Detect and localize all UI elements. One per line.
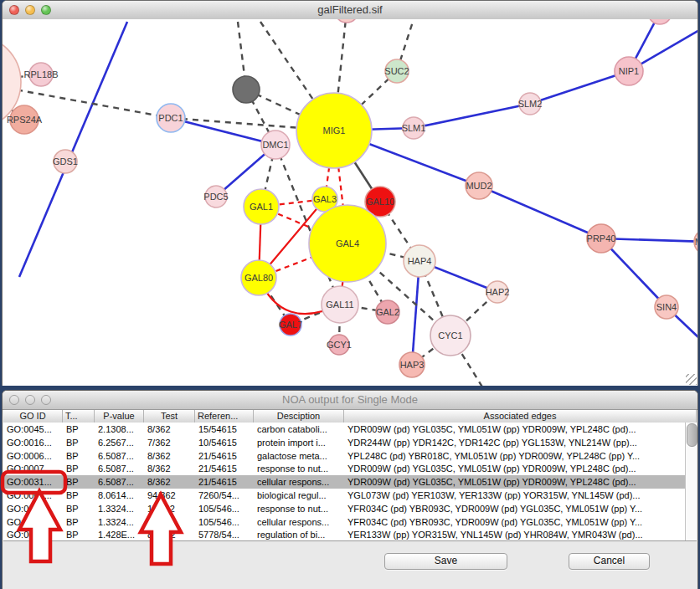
table-cell: BP [63, 475, 95, 489]
graph-node-label: MIG1 [323, 125, 346, 136]
table-cell: 2.1308... [95, 423, 144, 436]
table-cell: YFR034C (pd) YBR093C, YDR009W (pd) YGL03… [344, 502, 685, 515]
table-cell: GO:0006... [3, 449, 63, 463]
table-cell: YDR009W (pd) YGL035C, YML051W (pp) YDR00… [344, 423, 685, 436]
table-row[interactable]: GO:0065...BP8.0614...94/3627260/54...bio… [3, 489, 685, 502]
graph-node-top1[interactable] [648, 19, 672, 24]
graph-node-label: MSL1 [695, 237, 697, 247]
table-cell: 5778/54... [195, 528, 254, 540]
column-header-go-id[interactable]: GO ID [3, 410, 63, 423]
table-cell: 105/546... [195, 515, 254, 529]
resize-grip-icon[interactable] [686, 374, 697, 385]
table-cell: YPL248C (pd) YBR018C, YML051W (pp) YDR00… [344, 449, 685, 463]
table-cell: 21/54615 [195, 475, 254, 489]
scrollbar-thumb[interactable] [687, 423, 697, 447]
table-cell: 8/362 [144, 462, 195, 475]
cancel-button[interactable]: Cancel [569, 553, 650, 570]
table-cell: response to nut... [254, 462, 344, 475]
table-row[interactable]: GO:0031...BP1.3324...11/362105/546...res… [3, 502, 685, 515]
graph-edge-slm1-slm2[interactable] [414, 104, 530, 128]
table-cell: GO:0031... [3, 515, 63, 529]
table-cell: YDR244W (pp) YDR142C, YDR142C (pp) YGL15… [344, 436, 685, 449]
table-cell: BP [63, 502, 95, 515]
table-cell: 6.5087... [95, 475, 144, 489]
graph-node-label: MUD2 [466, 181, 492, 191]
table-cell: BP [63, 489, 95, 502]
column-header-p-value[interactable]: P-value [95, 410, 144, 423]
table-cell: GO:0016... [3, 436, 63, 449]
graph-node-label: GAL7 [279, 320, 302, 330]
table-cell: GO:0050... [3, 528, 63, 540]
graph-node-label: HAP2 [486, 287, 510, 297]
table-row[interactable]: GO:0031...BP1.3324...11/362105/546...cel… [3, 515, 685, 529]
results-table: GO IDT...P-valueTestReferen...Desciption… [3, 409, 697, 541]
graph-node-top2[interactable] [335, 19, 358, 23]
table-cell: YGL073W (pd) YER103W, YER133W (pp) YOR31… [344, 489, 685, 502]
table-cell: BP [63, 436, 95, 449]
table-cell: 8/362 [144, 449, 195, 463]
graph-node-label: GAL10 [366, 197, 394, 207]
table-cell: YFR034C (pd) YBR093C, YDR009W (pd) YGL03… [344, 515, 685, 529]
graph-node-label: SLM2 [518, 99, 543, 109]
table-row[interactable]: GO:0045...BP2.1308...8/36215/54615carbon… [3, 423, 685, 436]
table-cell: YDR009W (pd) YGL035C, YML051W (pp) YDR00… [344, 475, 685, 489]
graph-node-label: GAL2 [376, 307, 399, 317]
vertical-scrollbar[interactable] [685, 423, 697, 540]
table-header-row: GO IDT...P-valueTestReferen...Desciption… [3, 410, 697, 423]
table-row[interactable]: GO:0006...BP6.5087...8/36221/54615galact… [3, 449, 685, 463]
table-cell: 1.428E... [95, 528, 144, 540]
table-cell: YER133W (pp) YOR315W, YNL145W (pd) YHR08… [344, 528, 685, 540]
noa-titlebar[interactable]: NOA output for Single Mode [3, 391, 697, 410]
column-header-referen-[interactable]: Referen... [195, 410, 254, 423]
graph-edge-mud2-prp40[interactable] [479, 186, 601, 238]
table-row[interactable]: GO:0031...BP6.5087...8/36221/54615cellul… [3, 475, 685, 489]
graph-node-label: GAL4 [336, 238, 359, 248]
network-titlebar[interactable]: galFiltered.sif [3, 1, 697, 20]
table-row[interactable]: GO:0007...BP6.5087...8/36221/54615respon… [3, 462, 685, 475]
column-header-desciption[interactable]: Desciption [254, 410, 344, 423]
table-cell: BP [63, 449, 95, 463]
table-cell: GO:0007... [3, 462, 63, 475]
network-graph[interactable]: RPL18BRPS24AGDS1PDC1PDC5DMC1MIG1SUC2SLM1… [3, 19, 697, 386]
save-button[interactable]: Save [384, 553, 507, 570]
column-header-associated-edges[interactable]: Associated edges [344, 410, 697, 423]
table-cell: 8/362 [144, 475, 195, 489]
table-cell: BP [63, 462, 95, 475]
graph-node-label: NIP1 [619, 66, 639, 76]
table-cell: protein import i... [254, 436, 344, 449]
table-cell: 15/54615 [195, 423, 254, 436]
table-cell: 11/362 [144, 502, 195, 515]
table-cell: BP [63, 423, 95, 436]
graph-node-label: HAP3 [400, 360, 425, 370]
column-header-test[interactable]: Test [144, 410, 195, 423]
table-cell: 11/362 [144, 515, 195, 529]
table-cell: galactose meta... [254, 449, 344, 463]
table-cell: GO:0045... [3, 423, 63, 436]
table-cell: YDR009W (pd) YGL035C, YML051W (pp) YDR00… [344, 462, 685, 475]
network-window-title: galFiltered.sif [3, 3, 697, 16]
graph-edge-v1-v2[interactable] [19, 22, 127, 277]
graph-node-label: PDC5 [203, 192, 228, 202]
graph-node-label: PDC1 [158, 113, 183, 123]
table-cell: carbon cataboli... [254, 423, 344, 436]
column-header-t-[interactable]: T... [63, 410, 95, 423]
table-cell: 94/362 [144, 489, 195, 502]
table-cell: cellular respons... [254, 475, 344, 489]
table-cell: 105/546... [195, 502, 254, 515]
graph-edge-pdc1-dmc1[interactable] [171, 118, 275, 145]
table-cell: 8.0614... [95, 489, 144, 502]
graph-node-label: GDS1 [53, 156, 78, 166]
table-cell: response to nut... [254, 502, 344, 515]
table-cell: 80/362 [144, 528, 195, 540]
network-window: galFiltered.sif RPL18BRPS24AGDS1PDC1PDC5… [2, 0, 698, 386]
table-row[interactable]: GO:0050...BP1.428E...80/3625778/54...reg… [3, 528, 685, 540]
table-cell: 10/54615 [195, 436, 254, 449]
network-canvas[interactable]: RPL18BRPS24AGDS1PDC1PDC5DMC1MIG1SUC2SLM1… [3, 19, 697, 386]
table-row[interactable]: GO:0016...BP6.2567...7/36210/54615protei… [3, 436, 685, 449]
graph-node-gray[interactable] [233, 76, 260, 103]
table-cell: cellular respons... [254, 515, 344, 529]
graph-edge-slm2-nip1[interactable] [530, 71, 629, 104]
table-cell: 7/362 [144, 436, 195, 449]
table-cell: GO:0031... [3, 475, 63, 489]
table-body: GO:0045...BP2.1308...8/36215/54615carbon… [3, 423, 685, 540]
